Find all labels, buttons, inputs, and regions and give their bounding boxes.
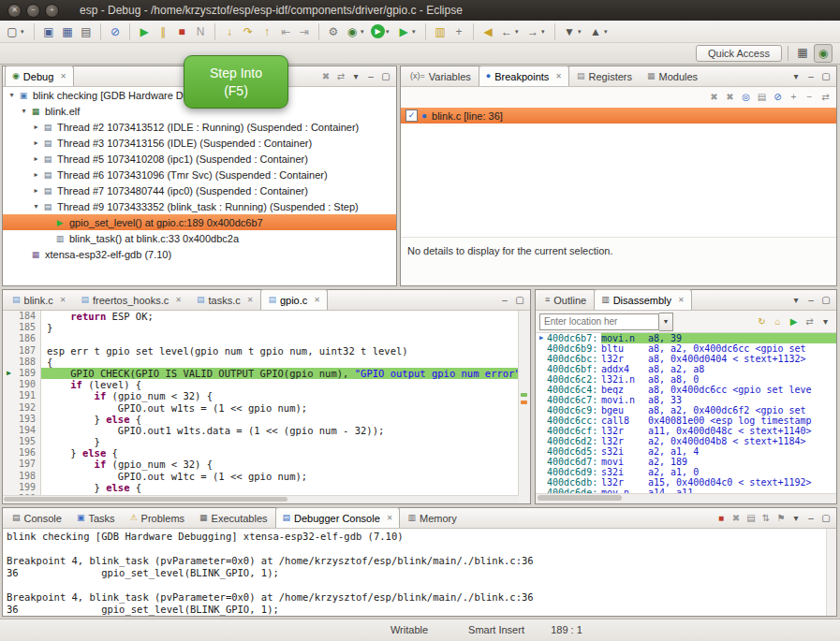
editor-horizontal-scrollbar[interactable] (3, 495, 519, 503)
next-annotation-dropdown-icon[interactable]: ▾ (578, 28, 585, 36)
editor-hscroll-thumb[interactable] (4, 497, 287, 502)
debug-tree-item[interactable]: ▸▤Thread #7 1073480744 (ipc0) (Suspended… (3, 182, 396, 198)
tab-gpio-c[interactable]: ▤gpio.c✕ (260, 289, 328, 310)
tab-debugger-console[interactable]: ▤Debugger Console✕ (275, 507, 401, 528)
disasm-menu-icon[interactable]: ▾ (818, 314, 833, 328)
debug-button[interactable]: ◉▾ (344, 23, 368, 40)
external-tools-button[interactable]: ▶▾ (395, 23, 420, 40)
expander-icon[interactable]: ▸ (31, 154, 41, 163)
disassembly-listing[interactable]: ▶400dc6b7:movi.na8, 39400dc6b9:bltua8, a… (536, 333, 836, 494)
last-edit-location-icon[interactable]: ◀ (479, 23, 496, 40)
disassembly-horizontal-scrollbar[interactable] (536, 493, 836, 503)
tab-close-icon[interactable]: ✕ (314, 296, 320, 304)
debug-tree-item[interactable]: ▶gpio_set_level() at gpio.c:189 0x400dc6… (3, 214, 396, 230)
editor-body[interactable]: 184 return ESP_OK;185}186187esp_err_t gp… (3, 311, 530, 503)
show-breakpoints-for-icon[interactable]: ◎ (739, 90, 753, 104)
print-icon[interactable]: ▤ (78, 23, 95, 40)
tab-memory[interactable]: ▥Memory (400, 507, 464, 528)
tab-tasks[interactable]: ▣Tasks (69, 507, 123, 528)
minimize-icon[interactable]: – (498, 294, 511, 307)
tab-console[interactable]: ▤Console (5, 507, 69, 528)
view-menu-icon[interactable]: ▾ (789, 294, 803, 307)
location-dropdown-icon[interactable]: ▼ (659, 313, 673, 331)
run-button[interactable]: ▶▾ (370, 24, 393, 38)
debug-tree-item[interactable]: ▾▤Thread #9 1073433352 (blink_task : Run… (3, 198, 396, 214)
tab-close-icon[interactable]: ✕ (60, 296, 66, 304)
terminate-icon[interactable]: ■ (173, 23, 190, 40)
maximize-icon[interactable]: ▢ (819, 512, 833, 525)
sync-selection-icon[interactable]: ⇄ (803, 314, 817, 328)
back-button[interactable]: ←▾ (498, 23, 523, 40)
next-annotation-icon[interactable]: ▼ (561, 23, 578, 40)
disconnect-icon[interactable]: N (192, 23, 209, 40)
remove-breakpoint-icon[interactable]: ✖ (707, 90, 721, 104)
tab-disassembly[interactable]: ▥Disassembly✕ (594, 289, 692, 310)
home-icon[interactable]: ⌂ (771, 314, 785, 328)
debug-launch-tree[interactable]: ▾▣blink checking [GDB Hardware Debugging… (3, 87, 396, 285)
back-icon[interactable]: ← (498, 23, 515, 40)
new-wizard-icon[interactable]: + (450, 23, 467, 40)
maximize-icon[interactable]: ▢ (819, 70, 833, 83)
forward-dropdown-icon[interactable]: ▾ (541, 28, 549, 36)
tab-close-icon[interactable]: ✕ (247, 296, 254, 304)
ruler-mark-current-line[interactable] (521, 393, 527, 397)
open-folder-icon[interactable]: ▥ (432, 23, 449, 40)
tab-close-icon[interactable]: ✕ (387, 514, 393, 522)
external-tools-dropdown-icon[interactable]: ▾ (412, 28, 420, 36)
tab-close-icon[interactable]: ✕ (175, 296, 182, 304)
tab-modules[interactable]: ▦Modules (640, 66, 705, 86)
remove-launch-icon[interactable]: ✖ (729, 512, 743, 525)
gear-icon[interactable]: ⚙ (325, 23, 342, 40)
remove-all-breakpoints-icon[interactable]: ✖ (723, 90, 737, 104)
tab-blink-c[interactable]: ▤blink.c✕ (5, 289, 73, 310)
use-step-filters-icon[interactable]: ⇥ (296, 23, 313, 40)
pin-console-icon[interactable]: ⚑ (774, 512, 788, 525)
debug-tree-item[interactable]: ▸▤Thread #5 1073410208 (ipc1) (Suspended… (3, 151, 396, 167)
skip-all-breakpoints-icon[interactable]: ⊘ (107, 23, 124, 40)
debug-perspective-icon[interactable]: ◉ (814, 44, 833, 63)
new-icon[interactable]: ▢ (4, 23, 21, 40)
previous-annotation-button[interactable]: ▲▾ (587, 23, 612, 40)
debug-tree-item[interactable]: ▸▤Thread #6 1073431096 (Tmr Svc) (Suspen… (3, 167, 396, 182)
refresh-icon[interactable]: ↻ (755, 314, 769, 328)
scroll-lock-icon[interactable]: ⇅ (759, 512, 773, 525)
save-icon[interactable]: ▣ (40, 23, 57, 40)
expander-icon[interactable]: ▾ (31, 202, 41, 211)
tab-close-icon[interactable]: ✕ (678, 296, 685, 304)
tab-executables[interactable]: ▦Executables (192, 507, 274, 528)
debug-tree-item[interactable]: ▦xtensa-esp32-elf-gdb (7.10) (3, 246, 396, 262)
debug-tree-item[interactable]: ▸▤Thread #2 1073413512 (IDLE : Running) … (3, 119, 396, 135)
link-with-debug-icon[interactable]: ⇄ (818, 90, 833, 104)
breakpoints-list[interactable]: ✓●blink.c [line: 36] (401, 106, 836, 124)
code-editor-area[interactable]: 184 return ESP_OK;185}186187esp_err_t gp… (3, 311, 519, 496)
suspend-icon[interactable]: ∥ (155, 23, 171, 40)
open-perspective-icon[interactable]: ▦ (794, 44, 811, 61)
expander-icon[interactable]: ▸ (31, 186, 41, 195)
debug-icon[interactable]: ◉ (344, 23, 361, 40)
tab-breakpoints[interactable]: ●Breakpoints✕ (479, 66, 569, 86)
debug-dropdown-icon[interactable]: ▾ (361, 28, 368, 36)
resume-icon[interactable]: ▶ (136, 23, 153, 40)
console-menu-icon[interactable]: ▾ (789, 512, 803, 525)
step-over-icon[interactable]: ↷ (240, 23, 257, 40)
new-button[interactable]: ▢▾ (4, 23, 28, 40)
forward-button[interactable]: →▾ (524, 23, 549, 40)
go-to-file-icon[interactable]: ▤ (755, 90, 769, 104)
remove-all-terminated-icon[interactable]: ✖ (319, 70, 332, 83)
maximize-icon[interactable]: ▢ (819, 294, 833, 307)
debug-tree-item[interactable]: ▸▤Thread #3 1073413156 (IDLE) (Suspended… (3, 135, 396, 151)
run-dropdown-icon[interactable]: ▾ (386, 28, 393, 36)
clear-console-icon[interactable]: ▤ (744, 512, 758, 525)
previous-annotation-icon[interactable]: ▲ (587, 23, 604, 40)
console-output[interactable]: blink checking [GDB Hardware Debugging] … (3, 529, 827, 616)
tab-variables[interactable]: (x)=Variables (403, 66, 479, 86)
expander-icon[interactable]: ▾ (7, 91, 17, 99)
maximize-icon[interactable]: ▢ (379, 70, 392, 83)
tab-freertos-hooks-c[interactable]: ▤freertos_hooks.c✕ (73, 289, 189, 310)
tab-tasks-c[interactable]: ▤tasks.c✕ (189, 289, 260, 310)
tab-close-icon[interactable]: ✕ (555, 72, 562, 80)
external-tools-icon[interactable]: ▶ (395, 23, 412, 40)
run-icon[interactable]: ▶ (371, 24, 385, 38)
minimize-icon[interactable]: – (804, 294, 818, 307)
new-dropdown-icon[interactable]: ▾ (21, 28, 28, 36)
